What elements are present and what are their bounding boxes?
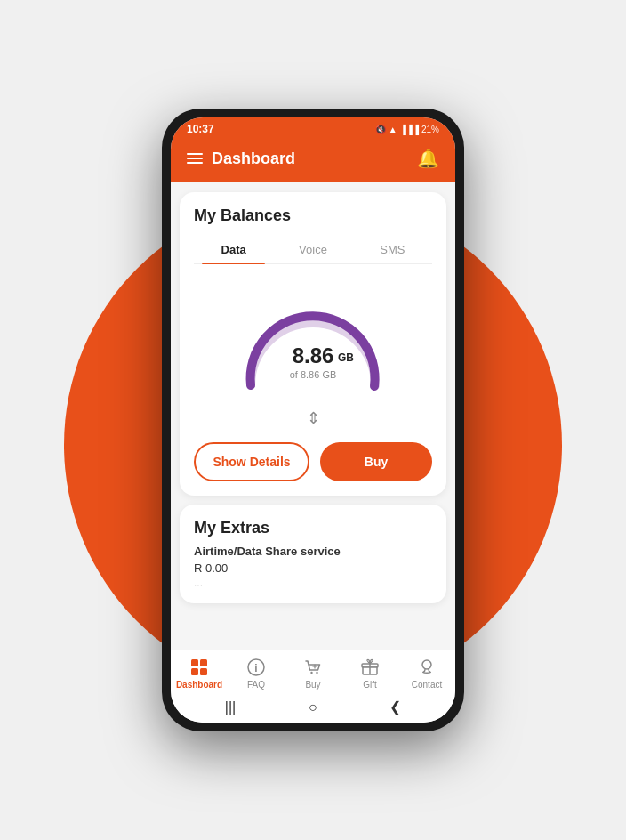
- home-bar: ||| ○ ❮: [171, 693, 455, 723]
- extras-card: My Extras Airtime/Data Share service R 0…: [180, 505, 446, 603]
- page-title: Dashboard: [212, 149, 295, 168]
- status-icons: 🔇 ▲ ▐▐▐ 21%: [375, 125, 439, 134]
- phone-device: 10:37 🔇 ▲ ▐▐▐ 21% Dashboard 🔔: [162, 109, 464, 731]
- extras-title: My Extras: [194, 519, 432, 537]
- action-buttons: Show Details Buy: [194, 442, 432, 481]
- nav-dashboard[interactable]: Dashboard: [171, 658, 228, 690]
- menu-button[interactable]: [187, 153, 203, 164]
- nav-contact[interactable]: Contact: [398, 658, 455, 690]
- show-details-button[interactable]: Show Details: [194, 442, 309, 481]
- main-content: My Balances Data Voice SMS: [171, 182, 455, 650]
- svg-rect-4: [200, 659, 207, 666]
- svg-point-9: [310, 672, 312, 674]
- buy-button[interactable]: Buy: [320, 442, 432, 481]
- data-transfer-icon: ⇕: [307, 408, 320, 428]
- home-button[interactable]: ○: [309, 699, 317, 715]
- tab-voice[interactable]: Voice: [273, 236, 352, 263]
- contact-icon: [417, 658, 437, 677]
- tab-data[interactable]: Data: [194, 236, 273, 263]
- extras-more: ...: [194, 577, 432, 589]
- nav-buy-label: Buy: [305, 680, 320, 690]
- svg-point-10: [316, 672, 317, 674]
- svg-text:i: i: [254, 662, 257, 674]
- tab-sms[interactable]: SMS: [353, 236, 432, 263]
- recent-apps-button[interactable]: |||: [225, 699, 236, 715]
- nav-buy[interactable]: Buy: [285, 658, 341, 690]
- wifi-icon: ▲: [389, 125, 397, 134]
- status-time: 10:37: [187, 123, 214, 135]
- nav-faq[interactable]: i FAQ: [228, 658, 285, 690]
- nav-gift[interactable]: Gift: [341, 658, 398, 690]
- gift-icon: [360, 658, 380, 677]
- svg-rect-5: [191, 668, 198, 675]
- buy-icon: [303, 658, 323, 677]
- bottom-navigation: Dashboard i FAQ Buy: [171, 650, 455, 693]
- balances-card: My Balances Data Voice SMS: [180, 192, 446, 496]
- mute-icon: 🔇: [375, 125, 386, 134]
- svg-point-16: [422, 660, 431, 669]
- back-button[interactable]: ❮: [389, 699, 401, 715]
- svg-rect-3: [191, 659, 198, 666]
- nav-faq-label: FAQ: [247, 680, 265, 690]
- extras-service-name: Airtime/Data Share service: [194, 545, 432, 558]
- dashboard-icon: [189, 658, 209, 677]
- nav-contact-label: Contact: [412, 680, 442, 690]
- svg-rect-6: [200, 668, 207, 675]
- gauge-svg: 8.86 GB of 8.86 GB: [233, 279, 393, 403]
- extras-amount: R 0.00: [194, 561, 432, 575]
- status-bar: 10:37 🔇 ▲ ▐▐▐ 21%: [171, 117, 455, 139]
- header-left: Dashboard: [187, 149, 295, 168]
- svg-text:8.86: 8.86: [293, 343, 334, 368]
- nav-dashboard-label: Dashboard: [176, 680, 222, 690]
- data-gauge: 8.86 GB of 8.86 GB ⇕: [194, 279, 432, 428]
- notification-bell-icon[interactable]: 🔔: [417, 148, 439, 169]
- svg-text:of 8.86 GB: of 8.86 GB: [290, 369, 337, 380]
- signal-icon: ▐▐▐: [400, 125, 419, 134]
- svg-text:GB: GB: [338, 351, 354, 364]
- balances-title: My Balances: [194, 206, 432, 225]
- balance-tabs: Data Voice SMS: [194, 236, 432, 264]
- app-header: Dashboard 🔔: [171, 139, 455, 182]
- phone-screen: 10:37 🔇 ▲ ▐▐▐ 21% Dashboard 🔔: [171, 117, 455, 723]
- faq-icon: i: [246, 658, 266, 677]
- nav-gift-label: Gift: [363, 680, 377, 690]
- battery-text: 21%: [421, 125, 439, 134]
